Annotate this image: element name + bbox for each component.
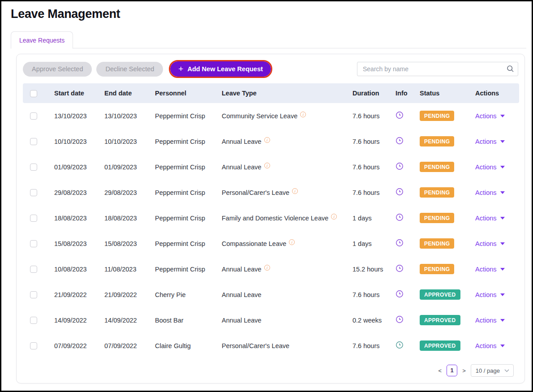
- leave-type: Family and Domestic Violence Leave: [222, 215, 328, 222]
- info-cell: [395, 231, 420, 256]
- duration-cell: 7.6 hours: [352, 282, 395, 307]
- chevron-down-icon: [500, 319, 505, 322]
- status-cell: APPROVED: [420, 307, 475, 333]
- table-row: 18/08/2023 18/08/2023 Peppermint Crisp F…: [23, 205, 519, 231]
- actions-dropdown[interactable]: Actions: [475, 189, 505, 196]
- clock-icon[interactable]: [395, 162, 404, 170]
- duration-cell: 0.2 weeks: [352, 307, 395, 333]
- leave-type-cell: Annual Leavei: [222, 154, 352, 180]
- end-date: 15/08/2023: [104, 240, 137, 247]
- row-checkbox[interactable]: [30, 266, 37, 273]
- status-badge: PENDING: [420, 162, 454, 172]
- col-personnel: Personnel: [155, 83, 222, 103]
- actions-label: Actions: [475, 112, 497, 120]
- personnel-name: Boost Bar: [155, 317, 184, 324]
- duration: 7.6 hours: [352, 164, 379, 171]
- chevron-down-icon: [500, 268, 505, 271]
- clock-icon[interactable]: [395, 341, 404, 349]
- personnel-cell: Peppermint Crisp: [155, 154, 222, 180]
- personnel-cell: Peppermint Crisp: [155, 180, 222, 205]
- table-row: 01/09/2023 01/09/2023 Peppermint Crisp A…: [23, 154, 519, 180]
- personnel-cell: Peppermint Crisp: [155, 103, 222, 129]
- chevron-down-icon: [500, 115, 505, 117]
- table-row: 13/10/2023 13/10/2023 Peppermint Crisp C…: [23, 103, 519, 129]
- decline-selected-button[interactable]: Decline Selected: [96, 62, 163, 77]
- row-select-cell: [23, 256, 54, 282]
- end-date: 10/10/2023: [104, 138, 137, 145]
- personnel-name: Peppermint Crisp: [155, 138, 205, 145]
- end-date-cell: 18/08/2023: [104, 205, 155, 231]
- row-checkbox[interactable]: [30, 112, 37, 120]
- row-checkbox[interactable]: [30, 317, 37, 324]
- actions-dropdown[interactable]: Actions: [475, 112, 505, 120]
- info-icon[interactable]: i: [289, 239, 295, 245]
- actions-dropdown[interactable]: Actions: [475, 240, 505, 247]
- tab-leave-requests[interactable]: Leave Requests: [11, 31, 73, 49]
- status-cell: PENDING: [420, 205, 475, 231]
- end-date-cell: 14/09/2022: [104, 307, 155, 333]
- start-date: 10/08/2023: [54, 266, 87, 273]
- row-checkbox[interactable]: [30, 291, 37, 298]
- info-icon[interactable]: i: [264, 265, 270, 271]
- row-checkbox[interactable]: [30, 215, 37, 222]
- clock-icon[interactable]: [395, 137, 404, 145]
- clock-icon[interactable]: [395, 239, 404, 247]
- table-row: 14/09/2022 14/09/2022 Boost Bar Annual L…: [23, 307, 519, 333]
- status-badge: PENDING: [420, 187, 454, 198]
- start-date-cell: 29/08/2023: [54, 180, 104, 205]
- status-badge: APPROVED: [420, 289, 460, 300]
- actions-cell: Actions: [475, 180, 519, 205]
- leave-type-cell: Community Service Leavei: [222, 103, 352, 129]
- row-checkbox[interactable]: [30, 189, 37, 196]
- approve-selected-button[interactable]: Approve Selected: [23, 62, 92, 77]
- search-input[interactable]: [357, 62, 518, 76]
- col-actions: Actions: [475, 83, 519, 103]
- actions-dropdown[interactable]: Actions: [475, 342, 505, 349]
- info-icon[interactable]: i: [264, 163, 270, 168]
- actions-dropdown[interactable]: Actions: [475, 138, 505, 145]
- page-size-select[interactable]: 10 / page: [471, 364, 514, 377]
- pagination-page-1[interactable]: 1: [447, 365, 457, 376]
- actions-cell: Actions: [475, 103, 519, 129]
- leave-type: Annual Leave: [222, 266, 262, 273]
- row-checkbox[interactable]: [30, 138, 37, 145]
- clock-icon[interactable]: [395, 111, 404, 119]
- select-all-checkbox[interactable]: [30, 90, 37, 97]
- row-select-cell: [23, 129, 54, 154]
- info-icon[interactable]: i: [300, 112, 306, 117]
- actions-dropdown[interactable]: Actions: [475, 164, 505, 171]
- clock-icon[interactable]: [395, 315, 404, 323]
- info-icon[interactable]: i: [292, 188, 298, 194]
- actions-dropdown[interactable]: Actions: [475, 291, 505, 298]
- personnel-name: Peppermint Crisp: [155, 266, 205, 273]
- row-checkbox[interactable]: [30, 240, 37, 247]
- col-info: Info: [395, 83, 420, 103]
- actions-cell: Actions: [475, 205, 519, 231]
- add-button-label: Add New Leave Request: [187, 65, 262, 73]
- leave-type-cell: Annual Leave: [222, 282, 352, 307]
- personnel-name: Peppermint Crisp: [155, 215, 205, 222]
- start-date: 21/09/2022: [54, 291, 87, 298]
- chevron-down-icon: [500, 345, 505, 347]
- col-status: Status: [420, 83, 475, 103]
- personnel-name: Claire Gultig: [155, 342, 191, 349]
- pagination-next-button[interactable]: >: [461, 366, 467, 375]
- info-icon[interactable]: i: [331, 214, 337, 220]
- row-checkbox[interactable]: [30, 164, 37, 171]
- clock-icon[interactable]: [395, 264, 404, 272]
- info-icon[interactable]: i: [264, 137, 270, 143]
- clock-icon[interactable]: [395, 213, 404, 221]
- actions-dropdown[interactable]: Actions: [475, 215, 505, 222]
- add-new-leave-request-button[interactable]: + Add New Leave Request: [170, 61, 271, 77]
- clock-icon[interactable]: [395, 188, 404, 196]
- clock-icon[interactable]: [395, 290, 404, 298]
- actions-dropdown[interactable]: Actions: [475, 317, 505, 324]
- info-cell: [395, 205, 420, 231]
- pagination-prev-button[interactable]: <: [438, 366, 443, 375]
- start-date: 15/08/2023: [54, 240, 87, 247]
- row-checkbox[interactable]: [30, 342, 37, 349]
- actions-dropdown[interactable]: Actions: [475, 266, 505, 273]
- personnel-name: Peppermint Crisp: [155, 240, 205, 247]
- chevron-down-icon: [504, 369, 509, 372]
- duration: 1 days: [352, 215, 372, 222]
